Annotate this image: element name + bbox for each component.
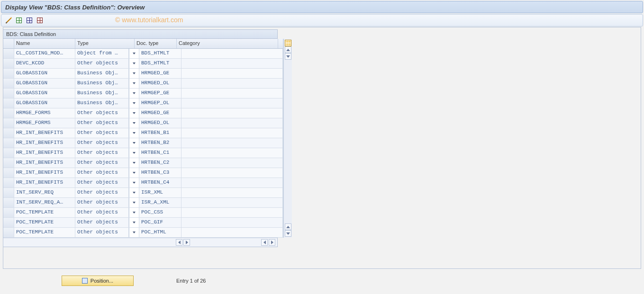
table-row[interactable]: HR_INT_BENEFITSOther objectsHRTBEN_C2 bbox=[3, 158, 283, 168]
type-dropdown-button[interactable] bbox=[129, 208, 139, 217]
cell-category[interactable] bbox=[181, 79, 283, 88]
cell-type[interactable]: Other objects bbox=[75, 188, 129, 197]
cell-name[interactable]: HR_INT_BENEFITS bbox=[14, 138, 75, 148]
cell-category[interactable] bbox=[181, 148, 283, 158]
cell-doctype[interactable]: HRTBEN_C2 bbox=[139, 158, 181, 168]
cell-category[interactable] bbox=[181, 188, 283, 197]
cell-name[interactable]: POC_TEMPLATE bbox=[14, 208, 75, 217]
cell-category[interactable] bbox=[181, 178, 283, 187]
deselect-all-button[interactable] bbox=[36, 16, 44, 25]
scroll-up-button[interactable] bbox=[285, 46, 291, 53]
table-row[interactable]: HR_INT_BENEFITSOther objectsHRTBEN_C1 bbox=[3, 148, 283, 158]
cell-name[interactable]: HRMGE_FORMS bbox=[14, 108, 75, 118]
type-dropdown-button[interactable] bbox=[129, 188, 139, 197]
cell-name[interactable]: HR_INT_BENEFITS bbox=[14, 168, 75, 178]
cell-doctype[interactable]: HRTBEN_C4 bbox=[139, 178, 181, 187]
cell-type[interactable]: Business Obj… bbox=[75, 98, 129, 108]
cell-doctype[interactable]: HRTBEN_B2 bbox=[139, 138, 181, 148]
cell-doctype[interactable]: HRTBEN_C3 bbox=[139, 168, 181, 178]
cell-type[interactable]: Other objects bbox=[75, 218, 129, 227]
cell-doctype[interactable]: HRMGED_GE bbox=[139, 69, 181, 78]
cell-doctype[interactable]: HRMGEP_OL bbox=[139, 98, 181, 108]
cell-name[interactable]: CL_COSTING_MOD… bbox=[14, 49, 75, 58]
cell-name[interactable]: HR_INT_BENEFITS bbox=[14, 148, 75, 158]
scroll-left-button[interactable] bbox=[261, 239, 268, 246]
table-row[interactable]: HRMGE_FORMSOther objectsHRMGED_OL bbox=[3, 118, 283, 128]
cell-type[interactable]: Other objects bbox=[75, 208, 129, 217]
row-selector[interactable] bbox=[3, 198, 14, 207]
cell-doctype[interactable]: HRTBEN_C1 bbox=[139, 148, 181, 158]
cell-name[interactable]: INT_SERV_REQ bbox=[14, 188, 75, 197]
cell-category[interactable] bbox=[181, 98, 283, 108]
cell-type[interactable]: Other objects bbox=[75, 138, 129, 148]
cell-type[interactable]: Business Obj… bbox=[75, 89, 129, 98]
row-selector[interactable] bbox=[3, 138, 14, 148]
cell-type[interactable]: Other objects bbox=[75, 198, 129, 207]
cell-category[interactable] bbox=[181, 128, 283, 138]
select-all-button[interactable] bbox=[15, 16, 23, 25]
table-row[interactable]: HR_INT_BENEFITSOther objectsHRTBEN_B1 bbox=[3, 128, 283, 138]
column-header-doctype[interactable]: Doc. type bbox=[135, 39, 177, 48]
row-selector[interactable] bbox=[3, 89, 14, 98]
type-dropdown-button[interactable] bbox=[129, 89, 139, 98]
row-selector[interactable] bbox=[3, 168, 14, 178]
type-dropdown-button[interactable] bbox=[129, 178, 139, 187]
cell-name[interactable]: POC_TEMPLATE bbox=[14, 228, 75, 237]
vertical-scrollbar[interactable] bbox=[283, 39, 292, 238]
cell-name[interactable]: DEVC_KCDD bbox=[14, 59, 75, 68]
cell-category[interactable] bbox=[181, 89, 283, 98]
row-selector[interactable] bbox=[3, 49, 14, 58]
cell-doctype[interactable]: HRMGED_OL bbox=[139, 79, 181, 88]
row-selector[interactable] bbox=[3, 59, 14, 68]
type-dropdown-button[interactable] bbox=[129, 69, 139, 78]
scroll-down-button[interactable] bbox=[285, 53, 291, 60]
cell-category[interactable] bbox=[181, 168, 283, 178]
table-row[interactable]: HR_INT_BENEFITSOther objectsHRTBEN_B2 bbox=[3, 138, 283, 148]
cell-doctype[interactable]: BDS_HTMLT bbox=[139, 49, 181, 58]
cell-doctype[interactable]: HRMGED_GE bbox=[139, 108, 181, 118]
type-dropdown-button[interactable] bbox=[129, 118, 139, 128]
cell-type[interactable]: Other objects bbox=[75, 168, 129, 178]
cell-type[interactable]: Other objects bbox=[75, 158, 129, 168]
type-dropdown-button[interactable] bbox=[129, 228, 139, 237]
type-dropdown-button[interactable] bbox=[129, 138, 139, 148]
row-selector[interactable] bbox=[3, 158, 14, 168]
cell-name[interactable]: HR_INT_BENEFITS bbox=[14, 128, 75, 138]
cell-type[interactable]: Other objects bbox=[75, 128, 129, 138]
position-button[interactable]: Position... bbox=[62, 276, 134, 286]
column-header-category[interactable]: Category bbox=[177, 39, 278, 48]
cell-name[interactable]: GLOBASSIGN bbox=[14, 98, 75, 108]
scroll-up-button[interactable] bbox=[285, 223, 291, 230]
cell-doctype[interactable]: ISR_A_XML bbox=[139, 198, 181, 207]
table-row[interactable]: GLOBASSIGNBusiness Obj…HRMGEP_OL bbox=[3, 98, 283, 108]
cell-doctype[interactable]: POC_HTML bbox=[139, 228, 181, 237]
cell-category[interactable] bbox=[181, 228, 283, 237]
cell-type[interactable]: Other objects bbox=[75, 228, 129, 237]
cell-category[interactable] bbox=[181, 218, 283, 227]
table-row[interactable]: POC_TEMPLATEOther objectsPOC_HTML bbox=[3, 228, 283, 238]
table-row[interactable]: POC_TEMPLATEOther objectsPOC_CSS bbox=[3, 208, 283, 218]
row-selector[interactable] bbox=[3, 98, 14, 108]
scroll-down-button[interactable] bbox=[285, 230, 291, 237]
cell-type[interactable]: Other objects bbox=[75, 108, 129, 118]
table-row[interactable]: HRMGE_FORMSOther objectsHRMGED_GE bbox=[3, 108, 283, 118]
table-row[interactable]: GLOBASSIGNBusiness Obj…HRMGEP_GE bbox=[3, 89, 283, 98]
table-row[interactable]: HR_INT_BENEFITSOther objectsHRTBEN_C3 bbox=[3, 168, 283, 178]
cell-name[interactable]: GLOBASSIGN bbox=[14, 89, 75, 98]
cell-type[interactable]: Object from … bbox=[75, 49, 129, 58]
row-selector[interactable] bbox=[3, 79, 14, 88]
cell-doctype[interactable]: POC_GIF bbox=[139, 218, 181, 227]
type-dropdown-button[interactable] bbox=[129, 168, 139, 178]
cell-doctype[interactable]: ISR_XML bbox=[139, 188, 181, 197]
cell-doctype[interactable]: BDS_HTMLT bbox=[139, 59, 181, 68]
type-dropdown-button[interactable] bbox=[129, 59, 139, 68]
display-change-toggle[interactable] bbox=[4, 16, 13, 25]
row-selector[interactable] bbox=[3, 148, 14, 158]
cell-category[interactable] bbox=[181, 118, 283, 128]
type-dropdown-button[interactable] bbox=[129, 108, 139, 118]
scroll-left-button[interactable] bbox=[176, 239, 182, 246]
row-selector[interactable] bbox=[3, 208, 14, 217]
type-dropdown-button[interactable] bbox=[129, 98, 139, 108]
table-row[interactable]: CL_COSTING_MOD…Object from …BDS_HTMLT bbox=[3, 49, 283, 59]
cell-category[interactable] bbox=[181, 59, 283, 68]
